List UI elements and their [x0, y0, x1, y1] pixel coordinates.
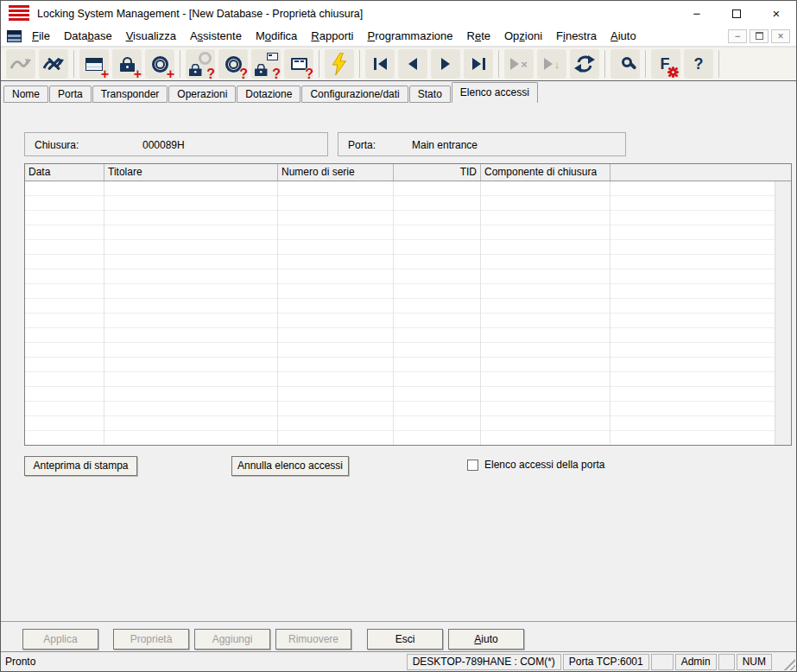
- column-header-empty[interactable]: [610, 164, 791, 181]
- toolbar-new-lock-button[interactable]: +: [112, 49, 142, 79]
- transponder-icon: [152, 56, 168, 73]
- status-empty-segment: [718, 654, 735, 670]
- chiusura-groupbox: Chiusura: 000089H: [24, 132, 328, 156]
- toolbar-filter-settings-button[interactable]: F: [651, 49, 680, 79]
- column-header-tid[interactable]: TID: [394, 164, 481, 181]
- toolbar-help-button[interactable]: ?: [684, 49, 713, 79]
- question-overlay: ?: [239, 67, 248, 81]
- toolbar-read-settings-button[interactable]: ?: [284, 49, 313, 79]
- print-preview-button[interactable]: Anteprima di stampa: [24, 456, 137, 476]
- rimuovere-button[interactable]: Rimuovere: [275, 629, 351, 650]
- menu-modifica[interactable]: Modifica: [249, 27, 304, 45]
- toolbar-refresh-button[interactable]: [570, 49, 599, 79]
- chiusura-label: Chiusura:: [35, 139, 79, 151]
- menu-assistente[interactable]: Assistente: [183, 27, 249, 45]
- aiuto-button[interactable]: Aiuto: [448, 629, 524, 650]
- toolbar-new-locking-plan-button[interactable]: +: [79, 49, 109, 79]
- tab-nome[interactable]: Nome: [3, 86, 48, 103]
- menu-programmazione[interactable]: Programmazione: [361, 27, 460, 45]
- titlebar: Locking System Management - [New Databas…: [1, 1, 796, 26]
- cancel-access-list-button[interactable]: Annulla elenco accessi: [231, 456, 349, 476]
- toolbar-previous-record-button[interactable]: [398, 49, 427, 79]
- table-body[interactable]: [25, 181, 775, 445]
- last-record-icon: [472, 58, 485, 70]
- toolbar-connect-button[interactable]: [6, 49, 35, 79]
- tab-transponder[interactable]: Transponder: [92, 86, 168, 103]
- previous-record-icon: [408, 58, 417, 70]
- connect-icon: [9, 56, 32, 72]
- aggiungi-button[interactable]: Aggiungi: [194, 629, 270, 650]
- close-button[interactable]: ×: [756, 1, 796, 26]
- status-text: Pronto: [1, 656, 35, 668]
- toolbar-read-transponder-button[interactable]: ?: [218, 49, 248, 79]
- next-record-icon: [441, 58, 450, 70]
- toolbar-next-record-button[interactable]: [431, 49, 460, 79]
- toolbar-read-lock-button[interactable]: ?: [186, 49, 215, 79]
- tab-elenco-accessi[interactable]: Elenco accessi: [452, 82, 538, 103]
- chiusura-value: 000089H: [142, 139, 185, 151]
- proprieta-button[interactable]: Proprietà: [113, 629, 189, 650]
- maximize-icon: [732, 10, 741, 18]
- mdi-restore-button[interactable]: [750, 29, 769, 43]
- mdi-document-icon[interactable]: [7, 30, 22, 42]
- table-column: [481, 181, 610, 445]
- column-header-titolare[interactable]: Titolare: [104, 164, 278, 181]
- column-header-numero-di-serie[interactable]: Numero di serie: [278, 164, 394, 181]
- table-column: [25, 181, 104, 445]
- tab-porta[interactable]: Porta: [49, 86, 92, 103]
- tab-dotazione[interactable]: Dotazione: [237, 86, 300, 103]
- menu-database[interactable]: Database: [57, 27, 119, 45]
- column-header-componente-di-chiusura[interactable]: Componente di chiusura: [481, 164, 610, 181]
- esci-button[interactable]: Esci: [367, 629, 443, 650]
- lightning-icon: [332, 53, 346, 75]
- menu-opzioni[interactable]: Opzioni: [497, 27, 549, 45]
- toolbar-new-transponder-button[interactable]: +: [145, 49, 174, 79]
- menu-aiuto[interactable]: Aiuto: [604, 27, 643, 45]
- toolbar-separator: [718, 50, 719, 78]
- mdi-close-button[interactable]: ×: [771, 29, 790, 43]
- porta-value: Main entrance: [412, 139, 478, 151]
- question-overlay: ?: [305, 67, 313, 81]
- gear-icon: [669, 68, 677, 76]
- lock-icon: [255, 64, 267, 76]
- status-connection: DESKTOP-789HANE : COM(*): [407, 654, 561, 670]
- toolbar-separator: [180, 50, 180, 78]
- resize-grip[interactable]: [782, 657, 795, 670]
- vertical-scrollbar[interactable]: [775, 181, 791, 445]
- skip-x-icon: ×: [510, 58, 528, 70]
- tab-operazioni[interactable]: Operazioni: [168, 86, 236, 103]
- menu-rete[interactable]: Rete: [460, 27, 497, 45]
- toolbar-last-record-button[interactable]: [464, 49, 493, 79]
- toolbar-read-network-lock-button[interactable]: ?: [251, 49, 281, 79]
- search-icon: [622, 57, 632, 67]
- plus-overlay: +: [167, 67, 174, 81]
- table-column: [610, 181, 775, 445]
- status-tcp-port: Porta TCP:6001: [563, 654, 649, 670]
- app-logo-icon: [9, 5, 29, 22]
- toolbar-skip-down-button[interactable]: ↓: [537, 49, 566, 79]
- tab-configurazione-dati[interactable]: Configurazione/dati: [301, 86, 408, 103]
- minimize-button[interactable]: −: [677, 1, 717, 26]
- toolbar-first-record-button[interactable]: [365, 49, 395, 79]
- table-header-row: Data Titolare Numero di serie TID Compon…: [25, 164, 791, 181]
- door-access-list-checkbox[interactable]: [467, 460, 478, 471]
- statusbar: Pronto DESKTOP-789HANE : COM(*) Porta TC…: [1, 651, 796, 671]
- toolbar-skip-deactivated-button[interactable]: ×: [504, 49, 534, 79]
- mdi-minimize-button[interactable]: −: [728, 29, 747, 43]
- lock-icon: [120, 57, 135, 72]
- toolbar-disconnect-button[interactable]: [39, 49, 68, 79]
- restore-icon: [756, 32, 763, 40]
- menu-rapporti[interactable]: Rapporti: [304, 27, 360, 45]
- maximize-button[interactable]: [717, 1, 756, 26]
- column-header-data[interactable]: Data: [25, 164, 104, 181]
- menu-file[interactable]: File: [25, 27, 57, 45]
- menu-finestra[interactable]: Finestra: [549, 27, 604, 45]
- toolbar-search-button[interactable]: [610, 49, 640, 79]
- app-window: Locking System Management - [New Databas…: [0, 0, 797, 672]
- applica-button[interactable]: Applica: [22, 629, 98, 650]
- tab-stato[interactable]: Stato: [409, 86, 451, 103]
- toolbar-program-button[interactable]: [325, 49, 354, 79]
- table-column: [394, 181, 481, 445]
- filter-letter: F: [661, 56, 670, 72]
- menu-visualizza[interactable]: Visualizza: [119, 27, 183, 45]
